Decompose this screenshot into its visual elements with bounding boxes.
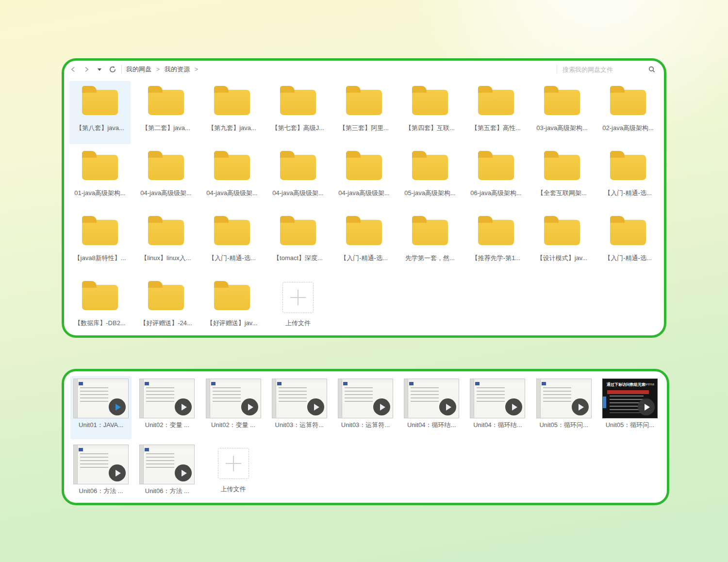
video-thumbnail-zone bbox=[73, 442, 129, 487]
folder-item[interactable]: 【java8新特性】... bbox=[69, 211, 131, 274]
video-thumbnail bbox=[404, 379, 459, 418]
folder-name: 06-java高级架构... bbox=[470, 189, 521, 198]
folder-item[interactable]: 04-java高级级架... bbox=[333, 146, 395, 209]
folder-item[interactable]: 先学第一套，然... bbox=[399, 211, 461, 274]
video-item[interactable]: Unit02：变量 ... bbox=[203, 376, 264, 439]
folder-item[interactable]: 【第四套】互联... bbox=[399, 81, 461, 144]
search-input[interactable] bbox=[562, 66, 644, 74]
folder-item[interactable]: 【入门-精通-选... bbox=[201, 211, 263, 274]
folder-name: 【第四套】互联... bbox=[405, 124, 455, 132]
toolbar: 我的网盘 > 我的资源 > bbox=[64, 61, 664, 78]
video-item[interactable]: Unit04：循环结... bbox=[401, 376, 462, 439]
thumbnail-window-chip bbox=[79, 448, 83, 451]
video-title: Unit05：循环问... bbox=[539, 421, 588, 430]
folder-icon bbox=[280, 220, 316, 245]
folder-item[interactable]: 【入门-精通-选... bbox=[333, 211, 395, 274]
folder-item[interactable]: 01-java高级架构... bbox=[69, 146, 131, 209]
video-item[interactable]: Unit02：变量 ... bbox=[136, 376, 198, 439]
breadcrumb-item-my-resources[interactable]: 我的资源 bbox=[165, 65, 190, 74]
video-item[interactable]: Unit01：JAVA... bbox=[70, 376, 132, 439]
thumbnail-editor-gutter bbox=[404, 379, 408, 418]
folder-icon bbox=[82, 220, 118, 245]
history-dropdown-icon[interactable] bbox=[95, 65, 104, 74]
folder-icon bbox=[544, 220, 580, 245]
folder-item[interactable]: 03-java高级架构... bbox=[531, 81, 593, 144]
folder-item[interactable]: 【好评赠送】jav... bbox=[201, 276, 263, 338]
play-button-icon[interactable] bbox=[638, 398, 655, 415]
folder-icon bbox=[214, 285, 250, 310]
upload-tile[interactable]: 上传文件 bbox=[203, 442, 264, 505]
folder-item[interactable]: 【设计模式】jav... bbox=[531, 211, 593, 274]
video-item[interactable]: Unit06：方法 ... bbox=[136, 442, 198, 505]
video-item[interactable]: Unit05：循环问... bbox=[533, 376, 595, 439]
folder-item[interactable]: 【全套互联网架... bbox=[531, 146, 593, 209]
folder-item[interactable]: 【tomact】深度... bbox=[267, 211, 329, 274]
upload-label: 上传文件 bbox=[285, 319, 311, 328]
video-item[interactable]: Unit06：方法 ... bbox=[70, 442, 132, 505]
folder-item[interactable]: 【数据库】-DB2... bbox=[69, 276, 131, 338]
breadcrumb-item-my-drive[interactable]: 我的网盘 bbox=[126, 65, 151, 74]
play-button-icon[interactable] bbox=[109, 464, 126, 481]
video-thumbnail-zone: 通过下标访问数组元素 Tarena bbox=[602, 376, 658, 421]
video-grid: Unit01：JAVA... Unit02：变量 ... bbox=[64, 371, 667, 505]
video-thumbnail bbox=[139, 379, 195, 418]
play-button-icon[interactable] bbox=[241, 398, 258, 415]
forward-icon[interactable] bbox=[82, 65, 91, 74]
folder-icon bbox=[412, 155, 448, 180]
thumbnail-window-chip bbox=[542, 382, 546, 385]
play-button-icon[interactable] bbox=[373, 398, 390, 415]
thumbnail-window-chip bbox=[211, 382, 215, 385]
play-button-icon[interactable] bbox=[109, 398, 126, 415]
upload-tile[interactable]: 上传文件 bbox=[267, 276, 329, 338]
folder-icon-zone bbox=[82, 146, 118, 189]
video-title: Unit03：运算符... bbox=[341, 421, 390, 430]
folder-item[interactable]: 【第二套】java... bbox=[135, 81, 197, 144]
folder-item[interactable]: 【好评赠送】-24... bbox=[135, 276, 197, 338]
video-item[interactable]: Unit03：运算符... bbox=[269, 376, 330, 439]
folder-icon-zone bbox=[412, 146, 448, 189]
folder-item[interactable]: 02-java高级架构... bbox=[597, 81, 659, 144]
folder-icon-zone bbox=[478, 81, 514, 124]
folder-item[interactable]: 05-java高级架构... bbox=[399, 146, 461, 209]
folder-item[interactable]: 【入门-精通-选... bbox=[597, 211, 659, 274]
play-button-icon[interactable] bbox=[307, 398, 324, 415]
video-item[interactable]: Unit04：循环结... bbox=[467, 376, 528, 439]
folder-name: 【第五套】高性... bbox=[471, 124, 521, 132]
video-title: Unit02：变量 ... bbox=[211, 421, 255, 430]
upload-icon-zone bbox=[282, 276, 314, 319]
folder-item[interactable]: 【推荐先学-第1... bbox=[465, 211, 527, 274]
folder-name: 【入门-精通-选... bbox=[340, 254, 388, 263]
play-button-icon[interactable] bbox=[175, 464, 192, 481]
folder-icon bbox=[82, 155, 118, 180]
folder-item[interactable]: 06-java高级架构... bbox=[465, 146, 527, 209]
folder-item[interactable]: 04-java高级级架... bbox=[135, 146, 197, 209]
folder-icon-zone bbox=[346, 211, 382, 254]
folder-item[interactable]: 【第九套】java... bbox=[201, 81, 263, 144]
folder-name: 04-java高级级架... bbox=[338, 189, 389, 198]
folder-item[interactable]: 【linux】linux入... bbox=[135, 211, 197, 274]
video-item[interactable]: 通过下标访问数组元素 Tarena Unit05：循环问... bbox=[599, 376, 661, 439]
search-icon[interactable] bbox=[647, 65, 656, 74]
search-box bbox=[562, 65, 656, 74]
folder-item[interactable]: 【入门-精通-选... bbox=[597, 146, 659, 209]
folder-item[interactable]: 【第五套】高性... bbox=[465, 81, 527, 144]
folder-icon bbox=[412, 90, 448, 115]
play-button-icon[interactable] bbox=[572, 398, 589, 415]
play-button-icon[interactable] bbox=[505, 398, 522, 415]
folder-icon bbox=[544, 90, 580, 115]
back-icon[interactable] bbox=[69, 65, 78, 74]
play-button-icon[interactable] bbox=[175, 398, 192, 415]
folder-item[interactable]: 04-java高级级架... bbox=[201, 146, 263, 209]
video-item[interactable]: Unit03：运算符... bbox=[335, 376, 396, 439]
folder-item[interactable]: 【第三套】阿里... bbox=[333, 81, 395, 144]
video-title: Unit06：方法 ... bbox=[145, 487, 189, 496]
folder-item[interactable]: 【第七套】高级J... bbox=[267, 81, 329, 144]
folder-icon bbox=[610, 155, 646, 180]
folder-item[interactable]: 04-java高级级架... bbox=[267, 146, 329, 209]
video-files-panel: Unit01：JAVA... Unit02：变量 ... bbox=[62, 369, 669, 505]
video-thumbnail-zone bbox=[272, 376, 327, 421]
refresh-icon[interactable] bbox=[108, 65, 117, 74]
video-title: Unit02：变量 ... bbox=[145, 421, 189, 430]
play-button-icon[interactable] bbox=[439, 398, 456, 415]
folder-item[interactable]: 【第八套】java... bbox=[69, 81, 131, 144]
